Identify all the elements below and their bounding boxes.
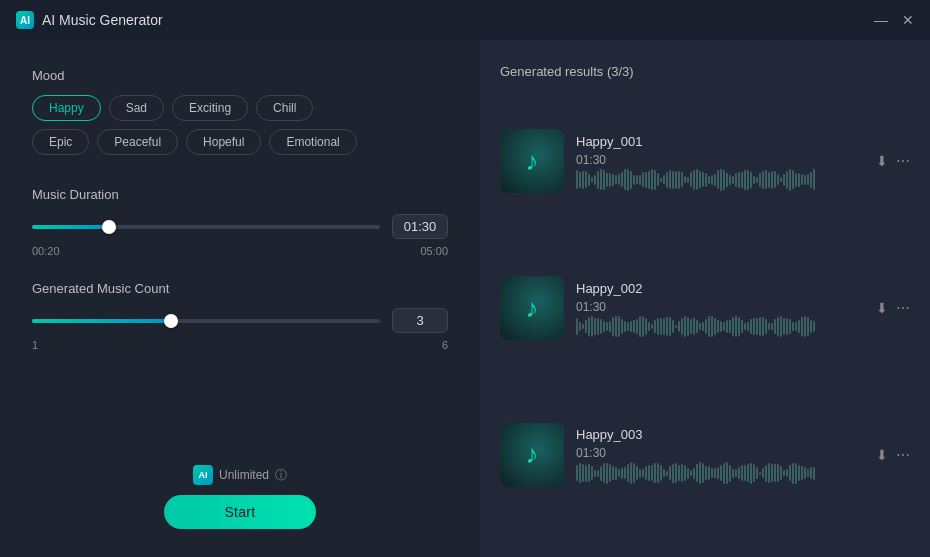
more-icon-3[interactable]: ⋯ bbox=[896, 447, 910, 463]
result-actions-1: ⬇ ⋯ bbox=[876, 153, 910, 169]
mood-label: Mood bbox=[32, 68, 448, 83]
waveform-3 bbox=[576, 464, 864, 482]
left-panel: Mood Happy Sad Exciting Chill Epic Peace… bbox=[0, 40, 480, 557]
count-slider[interactable] bbox=[32, 311, 380, 331]
app-icon: AI bbox=[16, 11, 34, 29]
result-time-1: 01:30 bbox=[576, 153, 864, 167]
result-thumb-2: ♪ bbox=[500, 276, 564, 340]
duration-value: 01:30 bbox=[392, 214, 448, 239]
bottom-bar: AI Unlimited ⓘ Start bbox=[32, 465, 448, 529]
info-icon[interactable]: ⓘ bbox=[275, 467, 287, 484]
ai-badge: AI bbox=[193, 465, 213, 485]
count-section: Generated Music Count 3 1 6 bbox=[32, 281, 448, 351]
count-min: 1 bbox=[32, 339, 38, 351]
result-time-2: 01:30 bbox=[576, 300, 864, 314]
duration-range: 00:20 05:00 bbox=[32, 245, 448, 257]
count-max: 6 bbox=[442, 339, 448, 351]
music-note-icon-2: ♪ bbox=[526, 293, 539, 324]
window-controls: — ✕ bbox=[874, 12, 914, 28]
count-track bbox=[32, 319, 380, 323]
download-icon-3[interactable]: ⬇ bbox=[876, 447, 888, 463]
duration-section: Music Duration 01:30 00:20 05:00 bbox=[32, 187, 448, 257]
result-name-2: Happy_002 bbox=[576, 281, 864, 296]
count-slider-row: 3 bbox=[32, 308, 448, 333]
start-button[interactable]: Start bbox=[164, 495, 315, 529]
more-icon-1[interactable]: ⋯ bbox=[896, 153, 910, 169]
mood-row-2: Epic Peaceful Hopeful Emotional bbox=[32, 129, 448, 155]
result-info-2: Happy_002 01:30 bbox=[576, 281, 864, 336]
duration-thumb[interactable] bbox=[102, 220, 116, 234]
mood-btn-emotional[interactable]: Emotional bbox=[269, 129, 356, 155]
count-value: 3 bbox=[392, 308, 448, 333]
mood-row-1: Happy Sad Exciting Chill bbox=[32, 95, 448, 121]
mood-section: Mood Happy Sad Exciting Chill Epic Peace… bbox=[32, 68, 448, 163]
count-label: Generated Music Count bbox=[32, 281, 448, 296]
minimize-button[interactable]: — bbox=[874, 12, 888, 28]
duration-fill bbox=[32, 225, 109, 229]
download-icon-2[interactable]: ⬇ bbox=[876, 300, 888, 316]
duration-label: Music Duration bbox=[32, 187, 448, 202]
duration-max: 05:00 bbox=[420, 245, 448, 257]
count-fill bbox=[32, 319, 171, 323]
right-panel: Generated results (3/3) ♪ Happy_001 01:3… bbox=[480, 40, 930, 557]
waveform-2 bbox=[576, 318, 864, 336]
waveform-1 bbox=[576, 171, 864, 189]
unlimited-label: Unlimited bbox=[219, 468, 269, 482]
title-bar: AI AI Music Generator — ✕ bbox=[0, 0, 930, 40]
result-item-3: ♪ Happy_003 01:30 ⬇ ⋯ bbox=[500, 390, 910, 519]
mood-btn-exciting[interactable]: Exciting bbox=[172, 95, 248, 121]
duration-track bbox=[32, 225, 380, 229]
count-range: 1 6 bbox=[32, 339, 448, 351]
result-thumb-3: ♪ bbox=[500, 423, 564, 487]
result-actions-2: ⬇ ⋯ bbox=[876, 300, 910, 316]
unlimited-row: AI Unlimited ⓘ bbox=[193, 465, 287, 485]
app-title: AI Music Generator bbox=[42, 12, 163, 28]
mood-btn-happy[interactable]: Happy bbox=[32, 95, 101, 121]
result-actions-3: ⬇ ⋯ bbox=[876, 447, 910, 463]
duration-slider[interactable] bbox=[32, 217, 380, 237]
result-info-1: Happy_001 01:30 bbox=[576, 134, 864, 189]
count-thumb[interactable] bbox=[164, 314, 178, 328]
download-icon-1[interactable]: ⬇ bbox=[876, 153, 888, 169]
duration-slider-row: 01:30 bbox=[32, 214, 448, 239]
result-thumb-1: ♪ bbox=[500, 129, 564, 193]
mood-btn-epic[interactable]: Epic bbox=[32, 129, 89, 155]
more-icon-2[interactable]: ⋯ bbox=[896, 300, 910, 316]
mood-btn-peaceful[interactable]: Peaceful bbox=[97, 129, 178, 155]
results-header: Generated results (3/3) bbox=[500, 64, 910, 79]
music-note-icon-1: ♪ bbox=[526, 146, 539, 177]
duration-min: 00:20 bbox=[32, 245, 60, 257]
result-time-3: 01:30 bbox=[576, 446, 864, 460]
mood-btn-sad[interactable]: Sad bbox=[109, 95, 164, 121]
main-container: Mood Happy Sad Exciting Chill Epic Peace… bbox=[0, 40, 930, 557]
mood-btn-hopeful[interactable]: Hopeful bbox=[186, 129, 261, 155]
mood-btn-chill[interactable]: Chill bbox=[256, 95, 313, 121]
close-button[interactable]: ✕ bbox=[902, 12, 914, 28]
result-name-1: Happy_001 bbox=[576, 134, 864, 149]
result-item-1: ♪ Happy_001 01:30 ⬇ ⋯ bbox=[500, 97, 910, 226]
result-name-3: Happy_003 bbox=[576, 427, 864, 442]
result-info-3: Happy_003 01:30 bbox=[576, 427, 864, 482]
music-note-icon-3: ♪ bbox=[526, 439, 539, 470]
result-item-2: ♪ Happy_002 01:30 ⬇ ⋯ bbox=[500, 244, 910, 373]
title-bar-left: AI AI Music Generator bbox=[16, 11, 163, 29]
